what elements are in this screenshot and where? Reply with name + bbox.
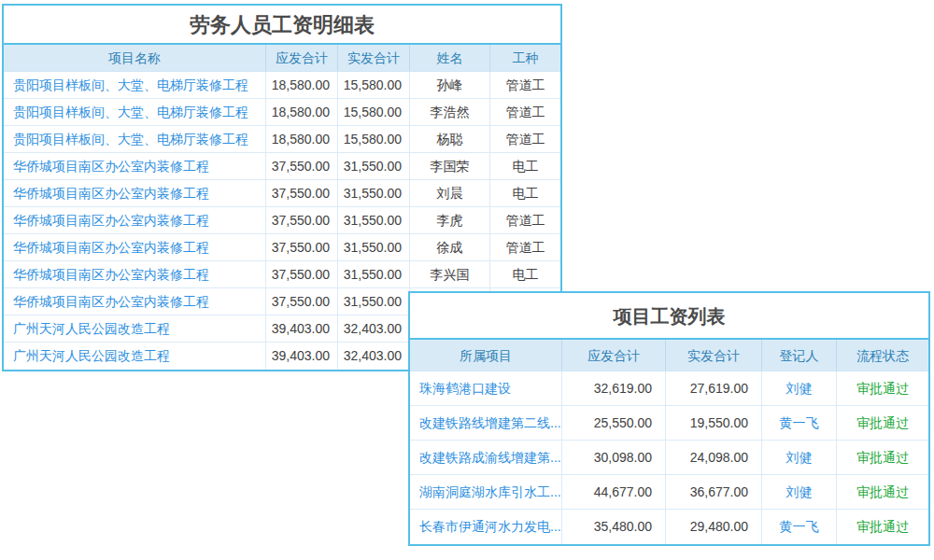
cell-actual: 31,550.00 xyxy=(337,153,409,179)
cell-payable: 37,550.00 xyxy=(265,153,337,179)
cell-actual: 36,677.00 xyxy=(665,475,761,509)
cell-status: 审批通过 xyxy=(836,406,928,440)
table-row: 长春市伊通河水力发电...35,480.0029,480.00黄一飞审批通过 xyxy=(410,510,928,544)
project-table-title: 项目工资列表 xyxy=(410,293,928,340)
cell-name: 徐成 xyxy=(409,234,489,260)
cell-actual: 31,550.00 xyxy=(337,180,409,206)
table-row: 贵阳项目样板间、大堂、电梯厅装修工程18,580.0015,580.00李浩然管… xyxy=(4,99,560,126)
cell-job: 电工 xyxy=(489,180,560,206)
cell-payable: 37,550.00 xyxy=(265,261,337,287)
cell-payable: 37,550.00 xyxy=(265,234,337,260)
cell-project[interactable]: 华侨城项目南区办公室内装修工程 xyxy=(4,288,265,315)
cell-actual: 31,550.00 xyxy=(337,207,409,233)
cell-registrar[interactable]: 刘健 xyxy=(761,441,836,474)
cell-payable: 30,098.00 xyxy=(561,441,665,474)
project-table-header-row: 所属项目 应发合计 实发合计 登记人 流程状态 xyxy=(410,340,928,371)
cell-payable: 25,550.00 xyxy=(561,406,665,440)
cell-payable: 39,403.00 xyxy=(265,343,337,370)
cell-job: 管道工 xyxy=(489,207,560,233)
cell-actual: 15,580.00 xyxy=(337,72,409,98)
cell-payable: 32,619.00 xyxy=(561,371,665,405)
cell-registrar[interactable]: 黄一飞 xyxy=(761,406,836,440)
cell-actual: 29,480.00 xyxy=(665,510,761,544)
cell-actual: 32,403.00 xyxy=(337,315,409,342)
cell-actual: 31,550.00 xyxy=(337,261,409,287)
cell-project[interactable]: 贵阳项目样板间、大堂、电梯厅装修工程 xyxy=(4,126,265,152)
cell-project[interactable]: 改建铁路成渝线增建第... xyxy=(410,441,561,474)
cell-payable: 18,580.00 xyxy=(265,126,337,152)
cell-payable: 39,403.00 xyxy=(265,315,337,342)
cell-actual: 24,098.00 xyxy=(665,441,761,474)
cell-job: 电工 xyxy=(489,261,560,287)
cell-project[interactable]: 华侨城项目南区办公室内装修工程 xyxy=(4,234,265,260)
project-salary-list-table: 项目工资列表 所属项目 应发合计 实发合计 登记人 流程状态 珠海鹤港口建设32… xyxy=(408,291,930,546)
table-row: 贵阳项目样板间、大堂、电梯厅装修工程18,580.0015,580.00孙峰管道… xyxy=(4,72,560,99)
cell-registrar[interactable]: 刘健 xyxy=(761,371,836,405)
cell-registrar[interactable]: 刘健 xyxy=(761,475,836,509)
col-header-belonging-project: 所属项目 xyxy=(410,340,561,371)
cell-actual: 31,550.00 xyxy=(337,288,409,315)
cell-status: 审批通过 xyxy=(836,475,928,509)
table-row: 珠海鹤港口建设32,619.0027,619.00刘健审批通过 xyxy=(410,371,928,406)
cell-project[interactable]: 华侨城项目南区办公室内装修工程 xyxy=(4,180,265,206)
cell-name: 李虎 xyxy=(409,207,489,233)
table-row: 华侨城项目南区办公室内装修工程37,550.0031,550.00李国荣电工 xyxy=(4,153,560,180)
cell-actual: 15,580.00 xyxy=(337,126,409,152)
col-header-project-name: 项目名称 xyxy=(4,45,265,71)
cell-name: 刘晨 xyxy=(409,180,489,206)
table-row: 华侨城项目南区办公室内装修工程37,550.0031,550.00李虎管道工 xyxy=(4,207,560,234)
col-header-workflow-status: 流程状态 xyxy=(836,340,928,371)
cell-payable: 37,550.00 xyxy=(265,207,337,233)
cell-name: 李浩然 xyxy=(409,99,489,125)
cell-name: 杨聪 xyxy=(409,126,489,152)
cell-payable: 18,580.00 xyxy=(265,99,337,125)
col-header-job-type: 工种 xyxy=(489,45,560,71)
cell-project[interactable]: 华侨城项目南区办公室内装修工程 xyxy=(4,261,265,287)
cell-job: 管道工 xyxy=(489,72,560,98)
labor-table-title: 劳务人员工资明细表 xyxy=(4,6,560,45)
cell-status: 审批通过 xyxy=(836,441,928,474)
cell-project[interactable]: 贵阳项目样板间、大堂、电梯厅装修工程 xyxy=(4,72,265,98)
cell-project[interactable]: 珠海鹤港口建设 xyxy=(410,371,561,405)
cell-project[interactable]: 广州天河人民公园改造工程 xyxy=(4,343,265,370)
col-header-payable-total: 应发合计 xyxy=(265,45,337,71)
cell-project[interactable]: 湖南洞庭湖水库引水工... xyxy=(410,475,561,509)
cell-actual: 31,550.00 xyxy=(337,234,409,260)
cell-name: 孙峰 xyxy=(409,72,489,98)
project-table-body: 珠海鹤港口建设32,619.0027,619.00刘健审批通过改建铁路线增建第二… xyxy=(410,371,928,544)
cell-project[interactable]: 改建铁路线增建第二线... xyxy=(410,406,561,440)
cell-name: 李国荣 xyxy=(409,153,489,179)
col-header-payable-total: 应发合计 xyxy=(561,340,665,371)
cell-project[interactable]: 长春市伊通河水力发电... xyxy=(410,510,561,544)
table-row: 改建铁路成渝线增建第...30,098.0024,098.00刘健审批通过 xyxy=(410,441,928,475)
cell-project[interactable]: 贵阳项目样板间、大堂、电梯厅装修工程 xyxy=(4,99,265,125)
cell-actual: 19,550.00 xyxy=(665,406,761,440)
cell-payable: 37,550.00 xyxy=(265,288,337,315)
cell-job: 管道工 xyxy=(489,99,560,125)
table-row: 华侨城项目南区办公室内装修工程37,550.0031,550.00李兴国电工 xyxy=(4,261,560,288)
table-row: 华侨城项目南区办公室内装修工程37,550.0031,550.00徐成管道工 xyxy=(4,234,560,261)
cell-project[interactable]: 华侨城项目南区办公室内装修工程 xyxy=(4,153,265,179)
labor-table-header-row: 项目名称 应发合计 实发合计 姓名 工种 xyxy=(4,45,560,72)
col-header-actual-total: 实发合计 xyxy=(665,340,761,371)
cell-payable: 18,580.00 xyxy=(265,72,337,98)
cell-project[interactable]: 广州天河人民公园改造工程 xyxy=(4,315,265,342)
cell-name: 李兴国 xyxy=(409,261,489,287)
cell-registrar[interactable]: 黄一飞 xyxy=(761,510,836,544)
table-row: 改建铁路线增建第二线...25,550.0019,550.00黄一飞审批通过 xyxy=(410,406,928,441)
cell-actual: 27,619.00 xyxy=(665,371,761,405)
cell-actual: 15,580.00 xyxy=(337,99,409,125)
cell-job: 管道工 xyxy=(489,234,560,260)
col-header-actual-total: 实发合计 xyxy=(337,45,409,71)
table-row: 湖南洞庭湖水库引水工...44,677.0036,677.00刘健审批通过 xyxy=(410,475,928,510)
cell-payable: 35,480.00 xyxy=(561,510,665,544)
cell-status: 审批通过 xyxy=(836,510,928,544)
cell-project[interactable]: 华侨城项目南区办公室内装修工程 xyxy=(4,207,265,233)
col-header-person-name: 姓名 xyxy=(409,45,489,71)
cell-job: 电工 xyxy=(489,153,560,179)
cell-payable: 44,677.00 xyxy=(561,475,665,509)
cell-job: 管道工 xyxy=(489,126,560,152)
table-row: 贵阳项目样板间、大堂、电梯厅装修工程18,580.0015,580.00杨聪管道… xyxy=(4,126,560,153)
cell-status: 审批通过 xyxy=(836,371,928,405)
table-row: 华侨城项目南区办公室内装修工程37,550.0031,550.00刘晨电工 xyxy=(4,180,560,207)
